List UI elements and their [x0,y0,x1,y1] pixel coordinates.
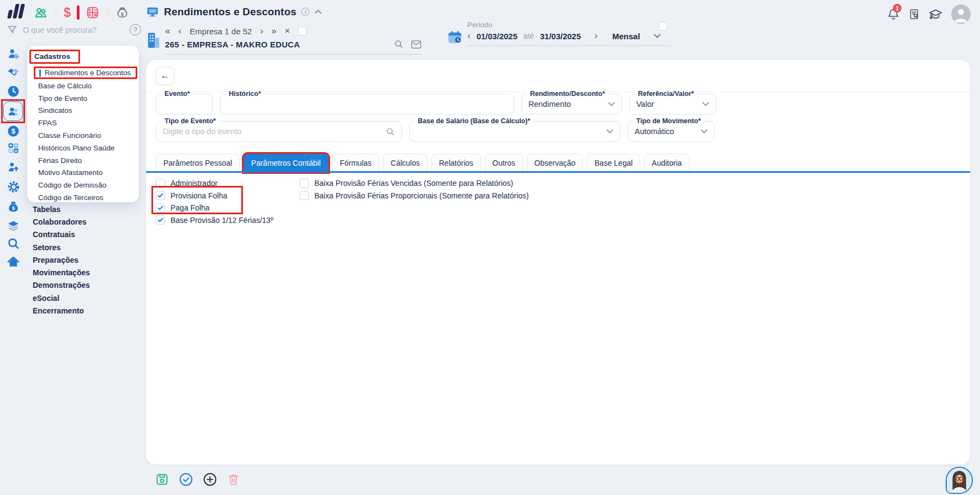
menu-section-tabelas[interactable]: Tabelas [33,203,90,215]
checkbox-baixa-provisao-ferias-proporcionais[interactable]: Baixa Provisão Férias Proporcionais (Som… [300,190,529,202]
tipo-de-movimento-select[interactable]: Tipo de Movimento* Automático [628,121,715,142]
sidebar-calculator-icon[interactable] [7,141,20,155]
period-mode-chevron-down-icon[interactable] [654,34,661,38]
audit-log-icon[interactable] [908,8,920,21]
menu-item-sindicatos[interactable]: Sindicatos [27,105,139,117]
sidebar-handshake-icon[interactable] [7,64,20,78]
support-chat-avatar[interactable] [946,467,973,494]
academy-graduation-cap-icon[interactable] [928,8,943,21]
help-button[interactable]: ? [130,24,141,35]
tab-base-legal[interactable]: Base Legal [587,154,640,172]
checkbox-box-checked[interactable] [156,191,165,200]
checkbox-box-checked[interactable] [156,215,165,225]
search-input[interactable] [23,26,110,34]
previous-period-button[interactable]: ‹ [467,31,471,41]
tab-parametros-contabil[interactable]: Parâmetros Contábil [244,154,328,172]
module-finance-icon[interactable]: $ [64,5,71,20]
tab-formulas[interactable]: Fórmulas [332,154,379,172]
period-checkbox[interactable] [659,22,667,31]
checkbox-base-provisao[interactable]: Base Provisão 1/12 Férias/13º [156,214,273,227]
checkbox-box[interactable] [300,179,309,188]
sidebar-layers-icon[interactable] [7,219,20,233]
tab-parametros-pessoal[interactable]: Parâmetros Pessoal [156,154,240,172]
email-icon[interactable] [411,40,422,49]
previous-record-button[interactable]: ‹ [178,26,181,36]
historico-input[interactable] [227,100,507,108]
evento-field[interactable]: Evento* [156,94,213,114]
checkbox-box-checked[interactable] [156,203,165,213]
menu-section-cadastros[interactable]: Cadastros [29,50,80,64]
menu-section-movimentacoes[interactable]: Movimentações [33,266,90,279]
menu-item-motivo-afastamento[interactable]: Motivo Afastamento [27,167,139,179]
search-icon[interactable] [386,127,395,136]
confirm-button[interactable] [179,472,193,487]
tipo-de-evento-input[interactable] [163,127,386,136]
menu-item-codigo-de-demissao[interactable]: Código de Demissão [27,179,139,191]
filter-icon[interactable] [7,25,17,35]
last-record-button[interactable]: » [271,26,276,36]
checkbox-provisiona-folha[interactable]: Provisiona Folha [156,190,273,202]
module-calculator-icon[interactable] [86,5,100,20]
sidebar-person-promotion-icon[interactable] [7,160,20,174]
menu-item-rendimentos-e-descontos[interactable]: Rendimentos e Descontos [34,67,137,79]
base-de-salario-select[interactable]: Base de Salário (Base de Cálculo)* [409,121,620,142]
notifications-button[interactable]: 1 [887,7,900,21]
sidebar-moneybag-icon[interactable]: $ [7,200,20,214]
period-end-date[interactable]: 31/03/2025 [540,32,581,41]
menu-item-classe-funcionario[interactable]: Classe Funcionário [27,129,139,142]
sidebar-gear-icon[interactable] [7,180,21,194]
building-icon [147,32,160,49]
collapse-header-icon[interactable] [314,9,322,14]
user-avatar[interactable] [951,4,971,24]
tipo-de-evento-field[interactable]: Tipo de Evento* [156,121,402,142]
sidebar-person-settings-icon[interactable] [7,47,20,61]
sidebar-finance-icon[interactable]: $ [7,124,20,138]
menu-item-historicos-plano-saude[interactable]: Históricos Plano Saúde [27,142,139,154]
tab-auditoria[interactable]: Auditoria [644,154,689,172]
module-people-icon[interactable] [34,5,48,20]
module-moneybag-icon[interactable]: $ [115,6,129,20]
delete-button[interactable] [227,473,240,486]
sidebar-home-icon[interactable] [7,255,20,269]
company-checkbox[interactable] [298,27,307,35]
save-button[interactable] [155,472,169,487]
company-search-icon[interactable] [394,39,404,49]
menu-section-esocial[interactable]: eSocial [33,292,90,304]
menu-section-preparacoes[interactable]: Preparações [33,253,90,266]
menu-section-encerramento[interactable]: Encerramento [33,304,90,317]
sidebar-clock-icon[interactable] [7,84,20,98]
menu-item-base-de-calculo[interactable]: Base de Cálculo [27,80,139,92]
menu-item-ferias-direito[interactable]: Férias Direito [27,154,139,167]
menu-section-demonstracoes[interactable]: Demonstrações [33,279,90,292]
historico-field[interactable]: Histórico* [220,94,514,114]
checkbox-box[interactable] [156,179,165,188]
checkbox-baixa-provisao-ferias-vencidas[interactable]: Baixa Provisão Férias Vencidas (Somente … [300,177,529,190]
checkbox-box[interactable] [300,191,309,200]
first-record-button[interactable]: « [165,26,170,36]
sidebar-search-icon[interactable] [7,237,20,250]
back-button[interactable]: ← [156,67,174,85]
next-period-button[interactable]: › [594,31,598,41]
menu-section-contratuais[interactable]: Contratuais [33,228,90,241]
add-button[interactable] [203,472,217,487]
next-record-button[interactable]: › [260,26,263,36]
menu-item-tipo-de-evento[interactable]: Tipo de Evento [27,92,139,105]
menu-section-setores[interactable]: Setores [33,241,90,253]
menu-item-fpas[interactable]: FPAS [27,117,139,129]
tab-observacao[interactable]: Observação [527,154,583,172]
referencia-valor-select[interactable]: Referência/Valor* Valor [629,94,716,114]
checkbox-paga-folha[interactable]: Paga Folha [156,202,273,214]
evento-input[interactable] [163,100,206,108]
clear-record-button[interactable]: × [285,26,290,36]
period-start-date[interactable]: 01/03/2025 [477,32,518,41]
tab-relatorios[interactable]: Relatórios [431,154,481,172]
sidebar-people-icon-active[interactable] [3,101,23,121]
period-mode-value[interactable]: Mensal [612,32,640,41]
menu-section-colaboradores[interactable]: Colaboradores [33,215,90,228]
rendimento-desconto-select[interactable]: Rendimento/Desconto* Rendimento [521,94,622,114]
tab-calculos[interactable]: Cálculos [383,154,428,172]
info-icon[interactable]: i [301,8,309,16]
menu-item-codigo-de-terceiros[interactable]: Código de Terceiros [27,191,139,204]
checkbox-administrador[interactable]: Administrador [156,177,273,190]
tab-outros[interactable]: Outros [485,154,523,172]
